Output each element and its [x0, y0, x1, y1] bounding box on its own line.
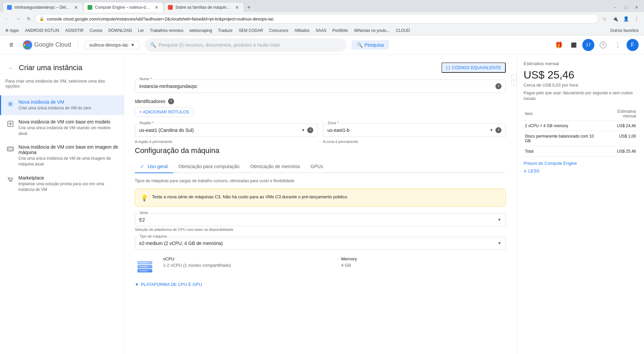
right-panel: Estimativa mensal US$ 25,46 Cerca de US$…	[517, 54, 644, 354]
app-header: ☰ Google Cloud oulinux-devops-iac ▼ 🔍 Pe…	[0, 36, 644, 54]
bookmark-sem-codar-label: SEM CODAR	[239, 28, 263, 33]
google-cloud-logo[interactable]: Google Cloud	[23, 40, 71, 50]
tab-computacao[interactable]: Otimização para computação	[173, 160, 245, 173]
back-button[interactable]: ←	[3, 14, 12, 23]
close-button[interactable]: ✕	[632, 3, 641, 12]
tab-uso-geral[interactable]: ✓ Uso geral	[135, 160, 173, 173]
region-select[interactable]: us-east1 (Carolina do Sul) ▼ ?	[135, 123, 318, 137]
hamburger-menu-button[interactable]: ☰	[5, 39, 17, 51]
bookmarks-bar: ⊞ Apps ANDROID KOTLIN ASSISTIR Cursos DO…	[0, 26, 644, 36]
reload-button[interactable]: ↻	[24, 14, 34, 23]
tab-2-close[interactable]: ✕	[154, 5, 159, 10]
bookmark-concursos-label: Concursos	[269, 28, 288, 33]
nav-extras: ☆ 🔌 👤 ⋮	[600, 14, 641, 23]
bookmark-webscraping[interactable]: webscraping	[187, 28, 215, 34]
bookmark-ler[interactable]: Ler	[136, 28, 147, 34]
region-controls: ▼ ?	[301, 127, 313, 133]
tab-bar: minhasegundaredevpc – Deta... ✕ Compute …	[0, 0, 644, 12]
vcpu-value: 1-2 vCPU (1 núcleo compartilhado)	[163, 263, 328, 268]
tab-2[interactable]: Compute Engine – oulinux-dev... ✕	[83, 2, 164, 12]
bookmark-cloud[interactable]: CLOUD	[393, 28, 413, 34]
minimize-button[interactable]: −	[610, 3, 620, 12]
extensions-button[interactable]: 🔌	[610, 14, 620, 23]
terminal-icon: ⬛	[571, 42, 577, 48]
bookmark-cursos[interactable]: Cursos	[87, 28, 105, 34]
settings-button[interactable]: ⋮	[632, 14, 641, 23]
tab-1-close[interactable]: ✕	[73, 5, 79, 10]
identifiers-title-row: Identificadores ?	[135, 98, 506, 104]
nova-instancia-title: Nova instância de VM	[18, 99, 118, 105]
less-button[interactable]: ∧ LESS	[524, 168, 637, 173]
zone-value: us-east1-b	[327, 128, 350, 133]
nova-modelo-desc: Cria uma única instância de VM usando um…	[18, 125, 118, 137]
help-button[interactable]: ?	[597, 39, 609, 51]
option-marketplace[interactable]: Marketplace Implantar uma solução pronta…	[0, 171, 124, 197]
project-selector[interactable]: oulinux-devops-iac ▼	[85, 41, 140, 49]
bookmark-cloud-label: CLOUD	[396, 28, 410, 33]
project-dropdown-icon: ▼	[130, 42, 135, 48]
bookmark-android-kotlin[interactable]: ANDROID KOTLIN	[22, 28, 62, 34]
code-equiv-row: { } CÓDIGO EQUIVALENTE	[135, 62, 506, 73]
option-nova-modelo[interactable]: Nova instância de VM com base em modelo …	[0, 115, 124, 141]
identifiers-help-icon[interactable]: ?	[168, 98, 174, 104]
user-avatar[interactable]: F	[627, 39, 639, 51]
bookmark-sem-codar[interactable]: SEM CODAR	[236, 28, 266, 34]
tab-3[interactable]: Sobre as famílias de máquinas... ✕	[164, 2, 244, 12]
collapse-panel-button[interactable]: ›	[511, 74, 517, 85]
option-nova-imagem[interactable]: Nova instância de VM com base em imagem …	[0, 140, 124, 171]
series-select[interactable]: E2 ▼	[135, 213, 506, 226]
new-tab-button[interactable]: +	[244, 3, 254, 12]
tab-2-favicon	[88, 5, 92, 10]
bookmark-apps[interactable]: ⊞ Apps	[3, 28, 21, 34]
gift-button[interactable]: 🎁	[553, 39, 565, 51]
name-help-icon[interactable]: ?	[495, 83, 501, 89]
add-labels-button[interactable]: + ADICIONAR RÓTULOS	[135, 107, 194, 117]
machine-type-select[interactable]: e2-medium (2 vCPU, 4 GB de memória) ▼	[135, 237, 506, 250]
bookmark-concursos[interactable]: Concursos	[266, 28, 291, 34]
nova-instancia-content: Nova instância de VM Criar uma única ins…	[18, 99, 118, 111]
nova-modelo-icon	[6, 120, 14, 128]
code-equiv-button[interactable]: { } CÓDIGO EQUIVALENTE	[441, 62, 506, 73]
address-bar[interactable]: 🔒 console.cloud.google.com/compute/insta…	[35, 14, 598, 23]
zone-help-icon[interactable]: ?	[495, 127, 501, 133]
search-button[interactable]: 🔍 Pesquisa	[352, 40, 389, 50]
maximize-button[interactable]: □	[621, 3, 631, 12]
profile-button[interactable]: 👤	[621, 14, 631, 23]
region-help-icon[interactable]: ?	[307, 127, 313, 133]
tab-memoria[interactable]: Otimização de memória	[245, 160, 305, 173]
search-bar[interactable]: 🔍 Pesquise (/) recursos, documentos, pro…	[145, 38, 346, 52]
cart-icon	[7, 176, 14, 183]
tab-gpus[interactable]: GPUs	[305, 160, 328, 173]
series-hint: Seleção de plataforma de CPU com base na…	[135, 227, 506, 232]
forward-button[interactable]: →	[13, 14, 23, 23]
cpu-platform-link[interactable]: ▼ PLATAFORMA DE CPU E GPU	[135, 282, 506, 287]
name-input-container[interactable]: instancia-minhasegundavpc ?	[135, 80, 506, 93]
vcpu-col: vCPU 1-2 vCPU (1 núcleo compartilhado)	[163, 256, 328, 268]
cloud-shell-button[interactable]: ⬛	[568, 39, 580, 51]
memory-value: 4 GB	[341, 263, 506, 268]
bookmark-traduzir[interactable]: Traduzir	[215, 28, 235, 34]
bookmark-download-label: DOWNLOAD	[108, 28, 132, 33]
tab-1[interactable]: minhasegundaredevpc – Deta... ✕	[3, 2, 83, 12]
notification-badge[interactable]: 17	[582, 39, 594, 51]
bookmark-icon[interactable]: ☆	[600, 14, 609, 23]
bookmark-trabalhos-remotos[interactable]: Trabalhos remotos	[147, 28, 186, 34]
zone-field: Zona * us-east1-b ▼ ? A zona é permanent…	[323, 123, 506, 144]
bookmark-saas[interactable]: SAAS	[313, 28, 329, 34]
bookmark-portifolio[interactable]: Portifólio	[330, 28, 351, 34]
help-icon: ?	[600, 42, 606, 48]
bookmark-assistir[interactable]: ASSISTIR	[62, 28, 86, 34]
bookmark-download[interactable]: DOWNLOAD	[106, 28, 135, 34]
bookmark-afiliados[interactable]: Afiliados	[292, 28, 312, 34]
option-nova-instancia[interactable]: Nova instância de VM Criar uma única ins…	[0, 95, 124, 115]
tab-3-close[interactable]: ✕	[234, 5, 240, 10]
bookmark-outros-favoritos[interactable]: Outros favoritos	[607, 28, 641, 34]
more-options-button[interactable]: ⋮	[612, 39, 624, 51]
bookmark-minorias-label: MiNorias no youtu...	[354, 28, 390, 33]
compute-engine-link[interactable]: Preços do Compute Engine	[524, 161, 637, 166]
zone-select[interactable]: us-east1-b ▼ ?	[323, 123, 506, 137]
region-label: Região *	[138, 121, 155, 125]
bookmark-minorias[interactable]: MiNorias no youtu...	[352, 28, 393, 34]
memory-col: Memory 4 GB	[341, 256, 506, 268]
back-navigation-button[interactable]: ←	[5, 62, 16, 73]
